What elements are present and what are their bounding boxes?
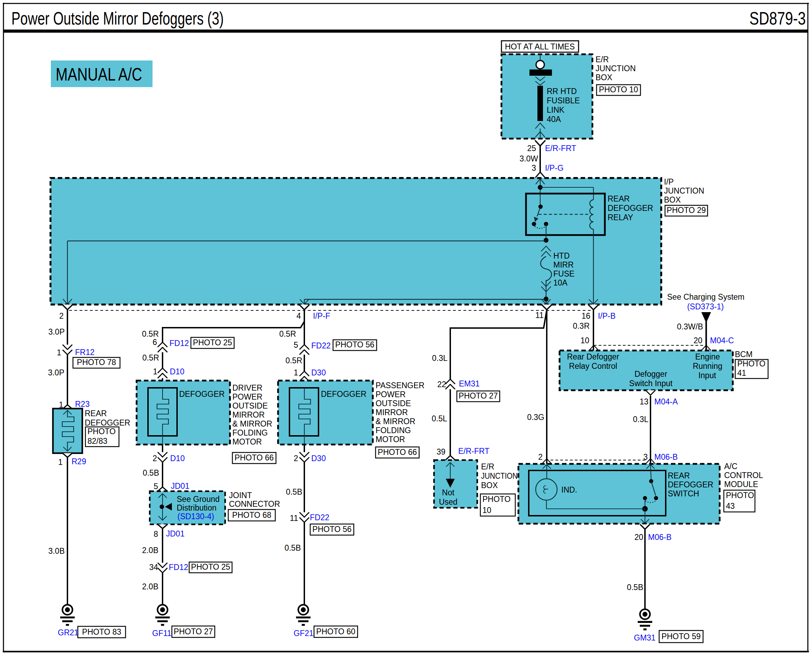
svg-text:1: 1 — [294, 368, 298, 377]
svg-text:5: 5 — [294, 341, 298, 350]
svg-text:PHOTO 83: PHOTO 83 — [82, 627, 121, 636]
svg-text:11: 11 — [290, 513, 298, 523]
svg-text:DEFOGGER: DEFOGGER — [321, 390, 367, 399]
svg-text:M04-C: M04-C — [710, 336, 734, 345]
svg-text:BOX: BOX — [481, 481, 498, 490]
svg-text:0.3G: 0.3G — [527, 413, 544, 422]
svg-text:13: 13 — [639, 397, 648, 406]
svg-text:Running: Running — [693, 362, 722, 371]
svg-text:JOINT: JOINT — [229, 491, 252, 500]
svg-text:I/P-F: I/P-F — [313, 312, 330, 321]
svg-text:OUTSIDE: OUTSIDE — [232, 401, 268, 410]
svg-text:DEFOGGER: DEFOGGER — [179, 390, 225, 399]
svg-text:EM31: EM31 — [459, 379, 480, 388]
svg-text:10: 10 — [482, 506, 491, 515]
svg-text:FUSIBLE: FUSIBLE — [547, 96, 580, 105]
svg-text:SD879-3: SD879-3 — [749, 8, 806, 28]
svg-text:REAR: REAR — [85, 409, 107, 418]
svg-text:41: 41 — [737, 368, 746, 377]
svg-text:2: 2 — [538, 452, 543, 461]
svg-text:25: 25 — [527, 144, 536, 153]
svg-text:0.5R: 0.5R — [285, 356, 302, 365]
svg-text:39: 39 — [436, 447, 445, 456]
svg-text:PHOTO: PHOTO — [482, 495, 511, 504]
svg-text:3: 3 — [532, 164, 536, 173]
svg-text:Power Outside Mirror Defoggers: Power Outside Mirror Defoggers (3) — [11, 8, 224, 28]
svg-text:MIRROR: MIRROR — [376, 408, 408, 417]
svg-text:10A: 10A — [553, 278, 568, 287]
svg-text:D30: D30 — [311, 454, 326, 463]
svg-text:MOTOR: MOTOR — [376, 435, 405, 444]
svg-text:PHOTO 56: PHOTO 56 — [335, 340, 374, 349]
svg-text:RR HTD: RR HTD — [547, 87, 577, 96]
svg-text:0.3W/B: 0.3W/B — [677, 322, 703, 331]
svg-text:4: 4 — [297, 312, 301, 321]
svg-text:2: 2 — [294, 454, 298, 463]
svg-text:2.0B: 2.0B — [142, 546, 158, 555]
svg-text:See Ground: See Ground — [177, 495, 220, 504]
svg-text:6: 6 — [153, 338, 157, 347]
svg-text:I/P-B: I/P-B — [598, 312, 616, 321]
svg-text:OUTSIDE: OUTSIDE — [376, 399, 411, 408]
svg-text:Defogger: Defogger — [635, 370, 667, 379]
svg-text:11: 11 — [535, 311, 544, 320]
svg-text:Rear Defogger: Rear Defogger — [567, 352, 619, 361]
svg-text:0.5R: 0.5R — [142, 353, 159, 362]
svg-text:BCM: BCM — [735, 350, 752, 359]
svg-text:1: 1 — [153, 367, 158, 376]
svg-text:M06-B: M06-B — [654, 452, 678, 461]
svg-text:16: 16 — [581, 312, 590, 321]
svg-text:0.5L: 0.5L — [431, 414, 447, 423]
svg-text:JUNCTION: JUNCTION — [595, 64, 636, 73]
svg-text:D10: D10 — [170, 367, 184, 376]
svg-text:(SD130-4): (SD130-4) — [177, 512, 214, 521]
svg-text:R23: R23 — [75, 400, 90, 409]
svg-text:HTD: HTD — [553, 251, 570, 260]
svg-text:(SD373-1): (SD373-1) — [687, 302, 724, 311]
svg-text:DEFOGGER: DEFOGGER — [608, 203, 653, 212]
svg-text:CONNECTOR: CONNECTOR — [229, 500, 280, 509]
svg-text:22: 22 — [437, 380, 446, 389]
svg-text:REAR: REAR — [668, 471, 690, 480]
svg-text:10: 10 — [580, 336, 589, 345]
svg-text:I/P-G: I/P-G — [545, 164, 564, 173]
svg-text:PHOTO 68: PHOTO 68 — [232, 510, 271, 520]
svg-text:0.5B: 0.5B — [143, 468, 159, 477]
svg-text:3.0W: 3.0W — [520, 154, 538, 163]
svg-text:82/83: 82/83 — [87, 437, 107, 446]
svg-text:PHOTO 27: PHOTO 27 — [459, 391, 498, 400]
svg-text:20: 20 — [634, 533, 643, 542]
svg-text:HOT AT ALL TIMES: HOT AT ALL TIMES — [505, 42, 575, 51]
svg-text:& MIRROR: & MIRROR — [376, 417, 415, 426]
svg-text:FD22: FD22 — [310, 513, 329, 522]
svg-text:Switch Input: Switch Input — [629, 379, 673, 388]
svg-text:BOX: BOX — [664, 195, 681, 204]
svg-text:SWITCH: SWITCH — [668, 489, 699, 498]
svg-text:GF21: GF21 — [294, 629, 313, 638]
svg-text:43: 43 — [726, 501, 735, 510]
svg-text:PHOTO 27: PHOTO 27 — [174, 627, 213, 636]
svg-text:POWER: POWER — [376, 390, 406, 399]
svg-text:1: 1 — [58, 458, 63, 467]
svg-text:0.3R: 0.3R — [573, 321, 590, 330]
svg-text:FUSE: FUSE — [553, 269, 574, 278]
svg-text:DEFOGGER: DEFOGGER — [85, 418, 130, 427]
svg-text:Used: Used — [439, 497, 457, 506]
svg-text:See Charging System: See Charging System — [667, 292, 745, 301]
svg-text:FD22: FD22 — [311, 341, 330, 350]
svg-text:JUNCTION: JUNCTION — [664, 186, 704, 195]
svg-text:FD12: FD12 — [170, 339, 189, 348]
svg-text:MODULE: MODULE — [724, 480, 758, 489]
svg-text:8: 8 — [154, 530, 158, 539]
svg-text:PHOTO 60: PHOTO 60 — [316, 627, 355, 636]
svg-text:MIRR: MIRR — [553, 260, 574, 269]
svg-text:FR12: FR12 — [75, 348, 95, 357]
svg-text:Engine: Engine — [695, 352, 720, 361]
svg-text:0.5R: 0.5R — [142, 329, 159, 338]
svg-text:GF11: GF11 — [152, 629, 171, 638]
svg-text:2: 2 — [153, 454, 157, 463]
svg-text:& MIRROR: & MIRROR — [232, 419, 272, 428]
svg-text:CONTROL: CONTROL — [724, 471, 763, 480]
svg-text:PHOTO 66: PHOTO 66 — [234, 453, 274, 462]
svg-text:1: 1 — [57, 348, 61, 357]
